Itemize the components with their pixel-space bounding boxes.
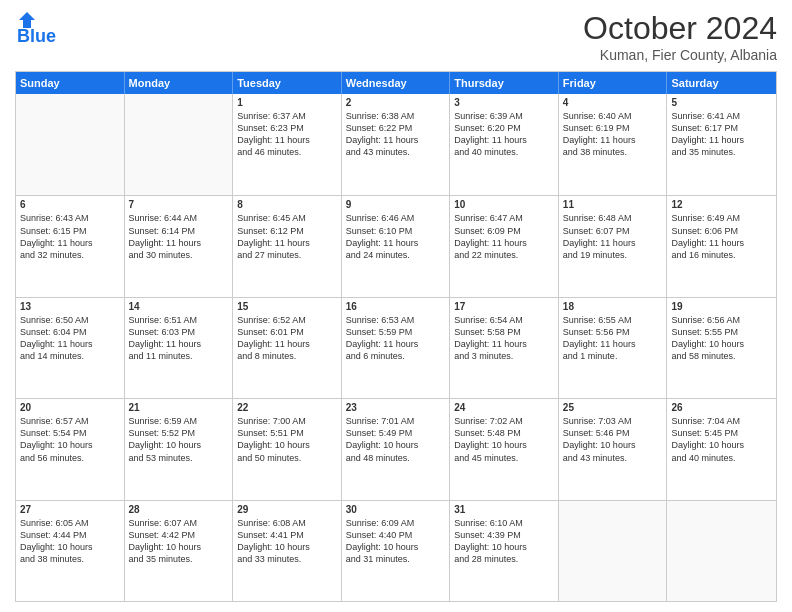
day-number: 7 [129, 199, 229, 210]
cal-cell-1: 1Sunrise: 6:37 AMSunset: 6:23 PMDaylight… [233, 94, 342, 195]
cal-cell-31: 31Sunrise: 6:10 AMSunset: 4:39 PMDayligh… [450, 501, 559, 601]
cell-line: and 31 minutes. [346, 553, 446, 565]
cal-cell-4: 4Sunrise: 6:40 AMSunset: 6:19 PMDaylight… [559, 94, 668, 195]
day-number: 8 [237, 199, 337, 210]
cell-line: Sunset: 5:49 PM [346, 427, 446, 439]
header-day-tuesday: Tuesday [233, 72, 342, 94]
week-row-0: 1Sunrise: 6:37 AMSunset: 6:23 PMDaylight… [16, 94, 776, 195]
cell-line: and 58 minutes. [671, 350, 772, 362]
cell-line: Sunset: 6:03 PM [129, 326, 229, 338]
cell-line: Daylight: 11 hours [237, 338, 337, 350]
cal-cell-26: 26Sunrise: 7:04 AMSunset: 5:45 PMDayligh… [667, 399, 776, 499]
cal-cell-16: 16Sunrise: 6:53 AMSunset: 5:59 PMDayligh… [342, 298, 451, 398]
day-number: 27 [20, 504, 120, 515]
day-number: 20 [20, 402, 120, 413]
cell-line: Daylight: 11 hours [563, 237, 663, 249]
cell-line: Sunrise: 6:09 AM [346, 517, 446, 529]
cell-line: and 45 minutes. [454, 452, 554, 464]
day-number: 2 [346, 97, 446, 108]
cell-line: Daylight: 10 hours [237, 541, 337, 553]
cell-line: and 14 minutes. [20, 350, 120, 362]
cell-line: Daylight: 10 hours [129, 541, 229, 553]
title-area: October 2024 Kuman, Fier County, Albania [583, 10, 777, 63]
cell-line: Sunrise: 7:01 AM [346, 415, 446, 427]
cell-line: Sunset: 4:39 PM [454, 529, 554, 541]
cell-line: and 38 minutes. [563, 146, 663, 158]
cal-cell-21: 21Sunrise: 6:59 AMSunset: 5:52 PMDayligh… [125, 399, 234, 499]
cell-line: Daylight: 10 hours [454, 439, 554, 451]
day-number: 14 [129, 301, 229, 312]
cal-cell-11: 11Sunrise: 6:48 AMSunset: 6:07 PMDayligh… [559, 196, 668, 296]
month-title: October 2024 [583, 10, 777, 47]
cell-line: and 3 minutes. [454, 350, 554, 362]
cell-line: Daylight: 11 hours [454, 338, 554, 350]
cell-line: Daylight: 10 hours [671, 338, 772, 350]
cell-line: Sunset: 6:17 PM [671, 122, 772, 134]
cal-cell-17: 17Sunrise: 6:54 AMSunset: 5:58 PMDayligh… [450, 298, 559, 398]
day-number: 29 [237, 504, 337, 515]
cell-line: Sunset: 6:15 PM [20, 225, 120, 237]
cal-cell-empty-0-0 [16, 94, 125, 195]
cell-line: and 1 minute. [563, 350, 663, 362]
cell-line: and 22 minutes. [454, 249, 554, 261]
day-number: 30 [346, 504, 446, 515]
cal-cell-28: 28Sunrise: 6:07 AMSunset: 4:42 PMDayligh… [125, 501, 234, 601]
cell-line: Sunrise: 7:03 AM [563, 415, 663, 427]
cal-cell-24: 24Sunrise: 7:02 AMSunset: 5:48 PMDayligh… [450, 399, 559, 499]
day-number: 19 [671, 301, 772, 312]
cell-line: Sunrise: 6:43 AM [20, 212, 120, 224]
cell-line: Sunrise: 6:46 AM [346, 212, 446, 224]
cell-line: Sunset: 6:04 PM [20, 326, 120, 338]
cell-line: Sunrise: 6:50 AM [20, 314, 120, 326]
logo: Blue [15, 10, 56, 47]
cell-line: and 11 minutes. [129, 350, 229, 362]
cell-line: Daylight: 10 hours [20, 439, 120, 451]
page: Blue October 2024 Kuman, Fier County, Al… [0, 0, 792, 612]
cell-line: and 35 minutes. [129, 553, 229, 565]
day-number: 3 [454, 97, 554, 108]
week-row-1: 6Sunrise: 6:43 AMSunset: 6:15 PMDaylight… [16, 195, 776, 296]
calendar-header: SundayMondayTuesdayWednesdayThursdayFrid… [16, 72, 776, 94]
cell-line: Sunrise: 6:07 AM [129, 517, 229, 529]
day-number: 23 [346, 402, 446, 413]
cell-line: Daylight: 10 hours [346, 541, 446, 553]
cal-cell-25: 25Sunrise: 7:03 AMSunset: 5:46 PMDayligh… [559, 399, 668, 499]
cell-line: Daylight: 11 hours [671, 134, 772, 146]
cell-line: and 46 minutes. [237, 146, 337, 158]
day-number: 21 [129, 402, 229, 413]
cell-line: Sunset: 4:42 PM [129, 529, 229, 541]
cell-line: Sunrise: 6:10 AM [454, 517, 554, 529]
cell-line: Sunset: 5:54 PM [20, 427, 120, 439]
day-number: 1 [237, 97, 337, 108]
cell-line: Daylight: 11 hours [346, 134, 446, 146]
cell-line: Sunset: 5:56 PM [563, 326, 663, 338]
cell-line: Sunrise: 6:41 AM [671, 110, 772, 122]
day-number: 13 [20, 301, 120, 312]
cell-line: Sunset: 5:46 PM [563, 427, 663, 439]
day-number: 25 [563, 402, 663, 413]
day-number: 31 [454, 504, 554, 515]
cal-cell-7: 7Sunrise: 6:44 AMSunset: 6:14 PMDaylight… [125, 196, 234, 296]
header-day-friday: Friday [559, 72, 668, 94]
cell-line: Sunset: 6:20 PM [454, 122, 554, 134]
cell-line: Sunset: 6:22 PM [346, 122, 446, 134]
location: Kuman, Fier County, Albania [583, 47, 777, 63]
cell-line: Sunrise: 6:47 AM [454, 212, 554, 224]
cell-line: and 50 minutes. [237, 452, 337, 464]
cell-line: Daylight: 11 hours [20, 237, 120, 249]
cal-cell-19: 19Sunrise: 6:56 AMSunset: 5:55 PMDayligh… [667, 298, 776, 398]
cell-line: Sunset: 5:45 PM [671, 427, 772, 439]
cell-line: Sunset: 4:40 PM [346, 529, 446, 541]
calendar: SundayMondayTuesdayWednesdayThursdayFrid… [15, 71, 777, 602]
cell-line: Sunset: 5:58 PM [454, 326, 554, 338]
cal-cell-5: 5Sunrise: 6:41 AMSunset: 6:17 PMDaylight… [667, 94, 776, 195]
cell-line: and 24 minutes. [346, 249, 446, 261]
cell-line: Sunrise: 6:52 AM [237, 314, 337, 326]
cell-line: and 16 minutes. [671, 249, 772, 261]
cal-cell-empty-4-6 [667, 501, 776, 601]
cell-line: Daylight: 10 hours [671, 439, 772, 451]
cell-line: Sunrise: 6:39 AM [454, 110, 554, 122]
day-number: 15 [237, 301, 337, 312]
cal-cell-29: 29Sunrise: 6:08 AMSunset: 4:41 PMDayligh… [233, 501, 342, 601]
cell-line: and 40 minutes. [671, 452, 772, 464]
